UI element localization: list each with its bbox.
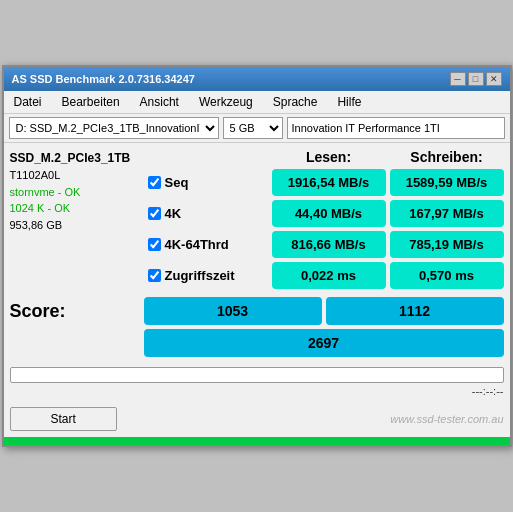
drive-label-input[interactable] xyxy=(287,117,505,139)
toolbar: D: SSD_M.2_PCIe3_1TB_InnovationIT 5 GB xyxy=(4,114,510,143)
zugriffszeit-write: 0,570 ms xyxy=(390,262,504,289)
zugriffszeit-label: Zugriffszeit xyxy=(148,268,268,283)
seq-read: 1916,54 MB/s xyxy=(272,169,386,196)
score-total: 2697 xyxy=(144,329,504,357)
drive-model: T1102A0L xyxy=(10,167,140,184)
menu-bearbeiten[interactable]: Bearbeiten xyxy=(56,93,126,111)
score-section: Score: 1053 1112 2697 xyxy=(4,295,510,363)
menu-datei[interactable]: Datei xyxy=(8,93,48,111)
4k-label: 4K xyxy=(148,206,268,221)
zugriffszeit-read: 0,022 ms xyxy=(272,262,386,289)
menu-bar: Datei Bearbeiten Ansicht Werkzeug Sprach… xyxy=(4,91,510,114)
benchmark-grid: Lesen: Schreiben: Seq 1916,54 MB/s 1589,… xyxy=(148,149,504,289)
drive-title: SSD_M.2_PCIe3_1TB xyxy=(10,149,140,167)
green-bar xyxy=(4,437,510,445)
4k64thrd-write: 785,19 MB/s xyxy=(390,231,504,258)
4k-checkbox[interactable] xyxy=(148,207,161,220)
drive-size: 953,86 GB xyxy=(10,217,140,234)
main-content: SSD_M.2_PCIe3_1TB T1102A0L stornvme - OK… xyxy=(4,143,510,295)
cache-status: 1024 K - OK xyxy=(10,200,140,217)
zugriffszeit-checkbox[interactable] xyxy=(148,269,161,282)
seq-checkbox[interactable] xyxy=(148,176,161,189)
read-header: Lesen: xyxy=(272,149,386,165)
footer: Start www.ssd-tester.com.au xyxy=(4,403,510,437)
progress-area: ---:--:-- xyxy=(4,363,510,403)
main-window: AS SSD Benchmark 2.0.7316.34247 ─ □ ✕ Da… xyxy=(2,65,512,447)
maximize-button[interactable]: □ xyxy=(468,72,484,86)
progress-time: ---:--:-- xyxy=(10,383,504,399)
4k64thrd-read: 816,66 MB/s xyxy=(272,231,386,258)
start-button[interactable]: Start xyxy=(10,407,117,431)
size-select[interactable]: 5 GB xyxy=(223,117,283,139)
drive-select[interactable]: D: SSD_M.2_PCIe3_1TB_InnovationIT xyxy=(9,117,219,139)
menu-werkzeug[interactable]: Werkzeug xyxy=(193,93,259,111)
score-label: Score: xyxy=(10,301,140,322)
window-controls: ─ □ ✕ xyxy=(450,72,502,86)
4k64thrd-label: 4K-64Thrd xyxy=(148,237,268,252)
seq-write: 1589,59 MB/s xyxy=(390,169,504,196)
menu-sprache[interactable]: Sprache xyxy=(267,93,324,111)
progress-bar-bg xyxy=(10,367,504,383)
watermark: www.ssd-tester.com.au xyxy=(390,413,503,425)
menu-hilfe[interactable]: Hilfe xyxy=(331,93,367,111)
write-header: Schreiben: xyxy=(390,149,504,165)
4k-read: 44,40 MB/s xyxy=(272,200,386,227)
seq-label: Seq xyxy=(148,175,268,190)
4k-write: 167,97 MB/s xyxy=(390,200,504,227)
score-read: 1053 xyxy=(144,297,322,325)
stornvme-status: stornvme - OK xyxy=(10,184,140,201)
title-bar: AS SSD Benchmark 2.0.7316.34247 ─ □ ✕ xyxy=(4,67,510,91)
close-button[interactable]: ✕ xyxy=(486,72,502,86)
score-write: 1112 xyxy=(326,297,504,325)
4k64thrd-checkbox[interactable] xyxy=(148,238,161,251)
minimize-button[interactable]: ─ xyxy=(450,72,466,86)
info-panel: SSD_M.2_PCIe3_1TB T1102A0L stornvme - OK… xyxy=(10,149,140,289)
window-title: AS SSD Benchmark 2.0.7316.34247 xyxy=(12,73,195,85)
menu-ansicht[interactable]: Ansicht xyxy=(134,93,185,111)
score-total-spacer xyxy=(10,329,140,357)
